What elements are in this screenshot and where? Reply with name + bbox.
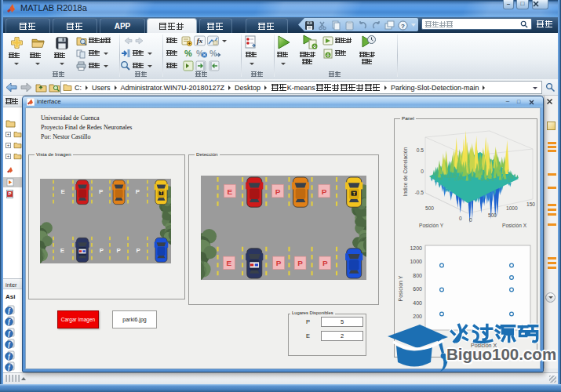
svg-text:P: P (100, 247, 104, 254)
svg-text:Posición X: Posición X (502, 223, 527, 228)
svg-text:T: T (352, 191, 355, 196)
svg-text:1000: 1000 (506, 205, 518, 211)
svg-text:0.5: 0.5 (417, 147, 424, 153)
svg-text:P: P (276, 260, 282, 268)
svg-text:?: ? (401, 23, 405, 30)
svg-text:%: % (209, 49, 217, 58)
svg-text:Indice de Correlación: Indice de Correlación (403, 147, 408, 197)
svg-text:0: 0 (459, 216, 462, 221)
svg-text:fx: fx (197, 37, 203, 45)
svg-text:T: T (160, 191, 162, 195)
svg-text:P: P (137, 247, 141, 254)
svg-text:Posición Y: Posición Y (419, 223, 444, 228)
svg-text:P: P (117, 247, 122, 254)
svg-text:500: 500 (425, 205, 434, 211)
svg-text:-0.5: -0.5 (415, 190, 424, 195)
svg-text:P: P (136, 188, 140, 195)
svg-text:P: P (99, 188, 104, 195)
svg-text:P: P (322, 260, 328, 268)
svg-text:P: P (322, 187, 327, 196)
svg-text:%: % (184, 49, 192, 58)
svg-text:600: 600 (413, 286, 422, 292)
svg-text:500: 500 (488, 212, 497, 218)
svg-text:P: P (297, 260, 303, 268)
svg-text:1200: 1200 (410, 245, 422, 251)
svg-text:E: E (227, 260, 232, 268)
svg-text:E: E (61, 188, 65, 195)
svg-text:0: 0 (469, 217, 472, 223)
svg-text:0: 0 (421, 169, 424, 174)
svg-text:400: 400 (413, 300, 422, 306)
svg-text:P: P (275, 187, 281, 196)
svg-text:800: 800 (413, 273, 422, 278)
svg-text:E: E (228, 187, 233, 196)
svg-text:E: E (60, 247, 64, 254)
svg-text:Posicion Y: Posicion Y (398, 275, 403, 301)
svg-text:150: 150 (526, 201, 535, 207)
svg-text:1000: 1000 (410, 259, 422, 264)
